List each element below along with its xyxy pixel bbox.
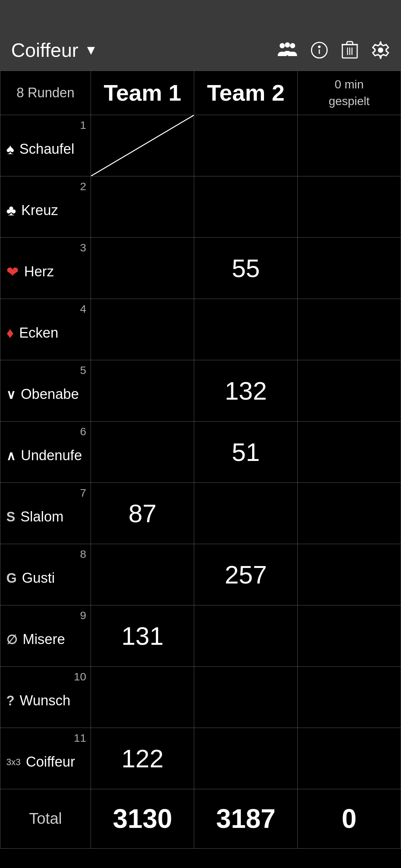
score-team3-row1[interactable] [297,115,401,176]
app-title: Coiffeur ▼ [11,39,270,61]
diamond-icon: ♦ [6,325,14,341]
score-team2-row11[interactable] [194,728,297,789]
score-team1-row7[interactable]: 87 [91,482,194,544]
row-number-11: 11 [74,732,86,744]
score-team1-row6[interactable] [91,421,194,482]
score-team3-row3[interactable] [297,237,401,299]
delete-icon[interactable] [342,41,358,59]
table-row: 8 G Gusti 257 [0,544,401,605]
score-team2-row4[interactable] [194,299,297,360]
title-text: Coiffeur [11,39,78,61]
score-team1-row2[interactable] [91,176,194,237]
score-team3-row10[interactable] [297,666,401,728]
row-number-8: 8 [80,548,86,560]
score-team2-row6[interactable]: 51 [194,421,297,482]
row-name-slalom: Slalom [20,509,63,525]
header-rounds: 8 Runden [0,71,91,115]
row-number-2: 2 [80,180,86,193]
table-row: 7 S Slalom 87 [0,482,401,544]
score-team1-row5[interactable] [91,360,194,421]
svg-point-1 [290,43,295,48]
row-name-obenabe: Obenabe [21,386,79,402]
row-label-ecken: ♦ Ecken [6,317,85,341]
row-label-schaufel: ♠ Schaufel [6,133,85,157]
club-icon: ♣ [6,202,16,219]
row-number-3: 3 [80,241,86,254]
table-row: 9 ∅ Misere 131 [0,605,401,666]
table-row: 5 ∨ Obenabe 132 [0,360,401,421]
score-team3-row5[interactable] [297,360,401,421]
row-number-9: 9 [80,609,86,622]
row-label-cell-obenabe: 5 ∨ Obenabe [0,360,91,421]
row-number-10: 10 [74,670,86,683]
header-team2[interactable]: Team 2 [194,71,297,115]
row-name-wunsch: Wunsch [20,693,71,709]
score-team2-row3[interactable]: 55 [194,237,297,299]
table-row: 10 ? Wunsch [0,666,401,728]
row-label-cell-undenufe: 6 ∧ Undenufe [0,421,91,482]
toolbar-actions [278,41,390,59]
heart-icon: ❤ [6,263,19,280]
score-team1-row8[interactable] [91,544,194,605]
score-team3-row9[interactable] [297,605,401,666]
row-name-kreuz: Kreuz [21,202,58,218]
row-name-gusti: Gusti [22,570,55,586]
score-team3-row6[interactable] [297,421,401,482]
score-team2-row1[interactable] [194,115,297,176]
players-icon[interactable] [278,41,297,59]
table-row: 1 ♠ Schaufel [0,115,401,176]
row-label-cell-ecken: 4 ♦ Ecken [0,299,91,360]
score-team3-row4[interactable] [297,299,401,360]
coiffeur-row-icon: 3x3 [6,757,21,767]
row-label-cell-coiffeur: 11 3x3 Coiffeur [0,728,91,789]
row-label-cell-wunsch: 10 ? Wunsch [0,666,91,728]
row-name-misere: Misere [23,631,65,647]
toolbar: Coiffeur ▼ [0,30,401,71]
total-row: Total 3130 3187 0 [0,789,401,848]
info-icon[interactable] [310,41,328,59]
slalom-icon: S [6,509,15,525]
spade-icon: ♠ [6,141,14,157]
score-team3-row7[interactable] [297,482,401,544]
svg-point-2 [285,42,290,48]
score-team1-row11[interactable]: 122 [91,728,194,789]
wunsch-icon: ? [6,693,14,709]
score-team1-row9[interactable]: 131 [91,605,194,666]
score-team2-row7[interactable] [194,482,297,544]
row-name-coiffeur: Coiffeur [26,754,75,770]
score-team3-row2[interactable] [297,176,401,237]
score-team1-row3[interactable] [91,237,194,299]
row-label-gusti: G Gusti [6,563,85,586]
row-name-schaufel: Schaufel [19,141,74,157]
obenabe-icon: ∨ [6,387,16,402]
status-bar [0,0,401,30]
undenufe-icon: ∧ [6,448,16,463]
score-team1-row10[interactable] [91,666,194,728]
svg-point-0 [280,43,285,48]
score-team2-row5[interactable]: 132 [194,360,297,421]
row-label-cell-gusti: 8 G Gusti [0,544,91,605]
row-number-7: 7 [80,487,86,499]
score-team2-row10[interactable] [194,666,297,728]
row-label-obenabe: ∨ Obenabe [6,379,85,402]
row-label-cell-slalom: 7 S Slalom [0,482,91,544]
settings-icon[interactable] [371,41,390,59]
score-team2-row2[interactable] [194,176,297,237]
header-team1[interactable]: Team 1 [91,71,194,115]
score-team3-row8[interactable] [297,544,401,605]
dropdown-arrow-icon[interactable]: ▼ [84,42,98,58]
score-team2-row9[interactable] [194,605,297,666]
row-number-6: 6 [80,425,86,438]
row-name-undenufe: Undenufe [21,448,82,464]
total-team1: 3130 [91,789,194,848]
row-name-ecken: Ecken [19,325,58,341]
diagonal-line-icon [91,115,194,176]
score-team1-row4[interactable] [91,299,194,360]
row-label-cell-herz: 3 ❤ Herz [0,237,91,299]
row-label-slalom: S Slalom [6,501,85,525]
table-row: 4 ♦ Ecken [0,299,401,360]
score-team2-row8[interactable]: 257 [194,544,297,605]
table-row: 6 ∧ Undenufe 51 [0,421,401,482]
score-team1-row1[interactable] [91,115,194,176]
score-team3-row11[interactable] [297,728,401,789]
